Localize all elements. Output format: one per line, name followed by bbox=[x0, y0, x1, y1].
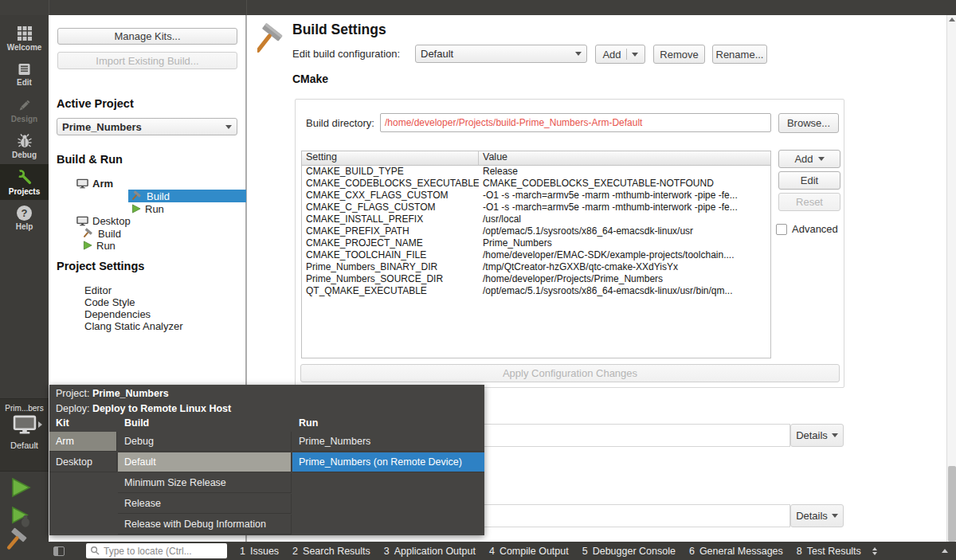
build-button[interactable] bbox=[6, 527, 30, 558]
advanced-checkbox-row[interactable]: Advanced bbox=[776, 223, 838, 235]
output-pane-application-output[interactable]: 3Application Output bbox=[384, 546, 476, 557]
mode-projects[interactable]: Projects bbox=[0, 164, 49, 200]
column-run: Run bbox=[299, 414, 318, 432]
locator-placeholder: Type to locate (Ctrl... bbox=[104, 546, 192, 557]
grid-icon bbox=[17, 25, 33, 41]
locator-input[interactable]: Type to locate (Ctrl... bbox=[86, 543, 227, 558]
table-row[interactable]: QT_QMAKE_EXECUTABLE/opt/emac/5.1/sysroot… bbox=[302, 285, 770, 297]
kit-option-arm[interactable]: Arm bbox=[49, 432, 117, 452]
details-button[interactable]: Details bbox=[790, 424, 844, 447]
sidebar-toggle-icon[interactable] bbox=[53, 546, 65, 556]
vertical-scrollbar[interactable] bbox=[946, 15, 956, 542]
run-option-remote-device[interactable]: Prime_Numbers (on Remote Device) bbox=[292, 452, 484, 472]
mode-debug[interactable]: Debug bbox=[0, 128, 49, 164]
kit-build-run-popup: Project: Prime_Numbers Deploy: Deploy to… bbox=[49, 385, 484, 535]
mode-label: Design bbox=[11, 115, 37, 123]
output-pane-search-results[interactable]: 2Search Results bbox=[292, 546, 370, 557]
table-row[interactable]: Prime_Numbers_BINARY_DIR/tmp/QtCreator-h… bbox=[302, 261, 770, 273]
details-button[interactable]: Details bbox=[790, 504, 844, 527]
build-directory-input[interactable]: /home/developer/Projects/build-Prime_Num… bbox=[380, 113, 771, 132]
output-panes: 1Issues 2Search Results 3Application Out… bbox=[240, 546, 861, 557]
divider bbox=[49, 0, 49, 15]
hammer-icon bbox=[131, 190, 143, 202]
settings-item-clang[interactable]: Clang Static Analyzer bbox=[84, 320, 183, 332]
expand-output-icon[interactable] bbox=[942, 549, 948, 553]
add-variable-button[interactable]: Add bbox=[778, 150, 840, 168]
build-option-debug[interactable]: Debug bbox=[118, 432, 292, 452]
advanced-label: Advanced bbox=[792, 223, 838, 235]
browse-button[interactable]: Browse... bbox=[778, 113, 839, 133]
rename-config-button[interactable]: Rename... bbox=[712, 45, 767, 64]
import-build-button: Import Existing Build... bbox=[57, 52, 237, 69]
add-config-button[interactable]: Add bbox=[595, 45, 645, 64]
kit-option-desktop[interactable]: Desktop bbox=[49, 452, 117, 472]
output-pane-general-messages[interactable]: 6General Messages bbox=[689, 546, 783, 557]
hammer-icon bbox=[6, 527, 30, 554]
table-row[interactable]: CMAKE_C_FLAGS_CUSTOM-O1 -s -march=armv5e… bbox=[302, 202, 770, 213]
build-config-combo[interactable]: Default bbox=[415, 45, 587, 63]
edit-variable-button[interactable]: Edit bbox=[778, 171, 840, 190]
table-row[interactable]: CMAKE_PREFIX_PATH/opt/emac/5.1/sysroots/… bbox=[302, 225, 770, 237]
build-directory-label: Build directory: bbox=[306, 117, 374, 129]
table-row[interactable]: CMAKE_INSTALL_PREFIX/usr/local bbox=[302, 213, 770, 225]
project-settings-heading: Project Settings bbox=[57, 260, 144, 272]
table-row[interactable]: CMAKE_CODEBLOCKS_EXECUTABLECMAKE_CODEBLO… bbox=[302, 178, 770, 190]
tree-item-desktop-kit[interactable]: Desktop bbox=[76, 214, 131, 227]
cmake-settings-table[interactable]: Setting Value CMAKE_BUILD_TYPERelease CM… bbox=[301, 151, 771, 358]
scrollbar-thumb[interactable] bbox=[948, 466, 956, 542]
column-setting[interactable]: Setting bbox=[302, 151, 479, 165]
mode-welcome[interactable]: Welcome bbox=[0, 21, 49, 57]
flyout-arrow-icon bbox=[38, 421, 42, 428]
debug-run-icon bbox=[10, 507, 32, 528]
mode-edit[interactable]: Edit bbox=[0, 57, 49, 92]
run-button[interactable] bbox=[10, 477, 31, 501]
build-option-default[interactable]: Default bbox=[118, 452, 292, 472]
document-icon bbox=[17, 62, 32, 76]
settings-item-code-style[interactable]: Code Style bbox=[84, 296, 135, 308]
popup-project-line: Project: Prime_Numbers bbox=[49, 385, 484, 400]
tree-item-arm-run[interactable]: Run bbox=[131, 202, 164, 215]
tree-item-desktop-run[interactable]: Run bbox=[83, 239, 116, 252]
scroll-up-icon[interactable] bbox=[949, 18, 955, 22]
table-row[interactable]: Prime_Numbers_SOURCE_DIR/home/developer/… bbox=[302, 273, 770, 285]
mode-label: Welcome bbox=[7, 43, 42, 52]
run-option-prime-numbers[interactable]: Prime_Numbers bbox=[292, 432, 484, 452]
tree-item-desktop-build[interactable]: Build bbox=[83, 227, 121, 240]
play-icon bbox=[83, 241, 92, 250]
kit-project-name: Prim...bers bbox=[0, 404, 49, 413]
remove-config-button[interactable]: Remove bbox=[653, 45, 705, 64]
mode-label: Projects bbox=[9, 187, 40, 196]
output-pane-compile-output[interactable]: 4Compile Output bbox=[489, 546, 569, 557]
output-pane-issues[interactable]: 1Issues bbox=[240, 546, 279, 557]
column-value[interactable]: Value bbox=[479, 151, 770, 165]
mode-help[interactable]: ? Help bbox=[0, 200, 49, 236]
build-option-release-debug-info[interactable]: Release with Debug Information bbox=[118, 515, 292, 535]
monitor-icon bbox=[76, 178, 88, 189]
pencil-icon bbox=[17, 98, 32, 113]
divider bbox=[626, 49, 627, 60]
pane-cycle-icon[interactable] bbox=[872, 547, 877, 555]
active-project-combo[interactable]: Prime_Numbers bbox=[57, 118, 237, 135]
table-row[interactable]: CMAKE_CXX_FLAGS_CUSTOM-O1 -s -march=armv… bbox=[302, 190, 770, 202]
table-header[interactable]: Setting Value bbox=[302, 151, 770, 166]
reset-variable-button: Reset bbox=[778, 193, 840, 211]
chevron-down-icon bbox=[832, 433, 838, 437]
kit-selector[interactable]: Prim...bers Default bbox=[0, 398, 49, 472]
build-option-min-size-release[interactable]: Minimum Size Release bbox=[118, 473, 292, 493]
apply-configuration-button: Apply Configuration Changes bbox=[300, 364, 840, 382]
table-row[interactable]: CMAKE_TOOLCHAIN_FILE/home/developer/EMAC… bbox=[302, 249, 770, 261]
build-option-release[interactable]: Release bbox=[118, 494, 292, 514]
title-bar bbox=[0, 0, 956, 15]
table-row[interactable]: CMAKE_BUILD_TYPERelease bbox=[302, 166, 770, 178]
output-pane-debugger-console[interactable]: 5Debugger Console bbox=[582, 546, 676, 557]
settings-item-dependencies[interactable]: Dependencies bbox=[84, 308, 151, 320]
checkbox-icon[interactable] bbox=[776, 224, 787, 235]
tree-item-arm-kit[interactable]: Arm bbox=[76, 177, 113, 190]
output-pane-test-results[interactable]: 8Test Results bbox=[797, 546, 861, 557]
question-icon: ? bbox=[17, 206, 32, 221]
manage-kits-button[interactable]: Manage Kits... bbox=[57, 28, 237, 45]
table-row[interactable]: CMAKE_PROJECT_NAMEPrime_Numbers bbox=[302, 237, 770, 249]
active-project-heading: Active Project bbox=[57, 97, 134, 110]
popup-deploy-line: Deploy: Deploy to Remote Linux Host bbox=[49, 400, 484, 415]
settings-item-editor[interactable]: Editor bbox=[84, 284, 112, 296]
